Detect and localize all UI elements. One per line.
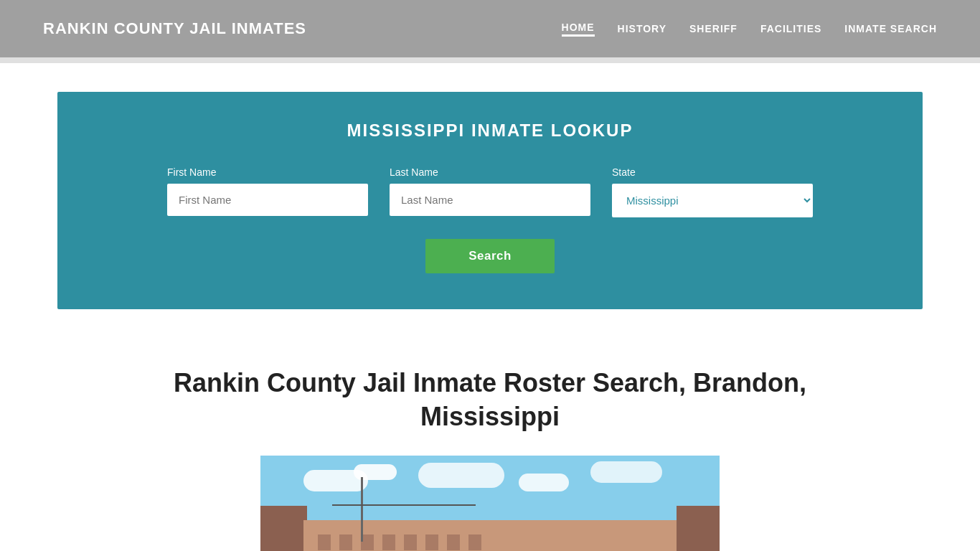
last-name-label: Last Name bbox=[390, 166, 590, 178]
nav-facilities[interactable]: FACILITIES bbox=[760, 23, 821, 34]
state-label: State bbox=[612, 166, 813, 178]
lookup-title: MISSISSIPPI INMATE LOOKUP bbox=[100, 121, 880, 141]
first-name-input[interactable] bbox=[167, 184, 368, 216]
main-content: MISSISSIPPI INMATE LOOKUP First Name Las… bbox=[0, 92, 980, 551]
site-header: RANKIN COUNTY JAIL INMATES HOME HISTORY … bbox=[0, 0, 980, 57]
nav-history[interactable]: HISTORY bbox=[618, 23, 666, 34]
site-title: RANKIN COUNTY JAIL INMATES bbox=[43, 19, 306, 38]
main-nav: HOME HISTORY SHERIFF FACILITIES INMATE S… bbox=[562, 22, 937, 37]
last-name-group: Last Name bbox=[390, 166, 590, 217]
first-name-label: First Name bbox=[167, 166, 368, 178]
search-fields-row: First Name Last Name State Mississippi bbox=[100, 166, 880, 217]
nav-inmate-search[interactable]: INMATE SEARCH bbox=[844, 23, 937, 34]
first-name-group: First Name bbox=[167, 166, 368, 217]
state-select[interactable]: Mississippi bbox=[612, 184, 813, 217]
search-button[interactable]: Search bbox=[425, 239, 555, 273]
nav-home[interactable]: HOME bbox=[562, 22, 595, 37]
search-button-row: Search bbox=[100, 239, 880, 273]
header-divider bbox=[0, 57, 980, 63]
building-image bbox=[260, 456, 720, 551]
article-title: Rankin County Jail Inmate Roster Search,… bbox=[143, 367, 837, 434]
nav-sheriff[interactable]: SHERIFF bbox=[689, 23, 738, 34]
inmate-lookup-section: MISSISSIPPI INMATE LOOKUP First Name Las… bbox=[57, 92, 923, 309]
state-group: State Mississippi bbox=[612, 166, 813, 217]
last-name-input[interactable] bbox=[390, 184, 590, 216]
article-section: Rankin County Jail Inmate Roster Search,… bbox=[0, 338, 980, 551]
